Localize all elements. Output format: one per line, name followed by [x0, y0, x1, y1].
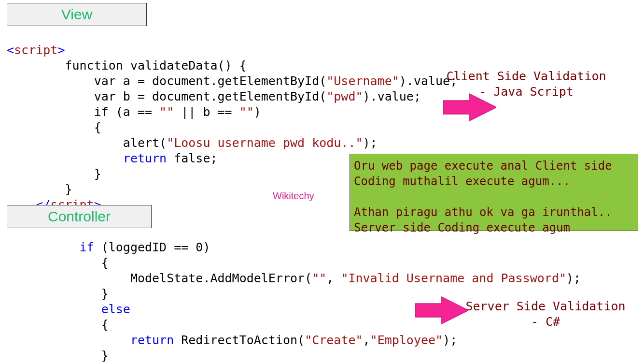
alert-str: "Loosu username pwd kodu.." — [167, 136, 363, 150]
note-box: Oru web page execute anal Client side Co… — [350, 154, 638, 231]
section-header-controller-label: Controller — [48, 208, 111, 224]
tag-script: script — [14, 43, 57, 57]
section-header-view-label: View — [61, 6, 92, 22]
alert-post: ); — [363, 136, 378, 150]
c-rta-post: ); — [443, 333, 457, 347]
c-ms-s1: "" — [312, 271, 326, 285]
c-rta-s2: "Employee" — [370, 333, 443, 347]
var-a-str: "Username" — [326, 74, 399, 88]
c-rta-pre: RedirectToAction( — [174, 333, 305, 347]
arrow-right-icon — [443, 93, 496, 122]
c-brace-open2: { — [101, 318, 109, 332]
func-close: } — [65, 182, 72, 196]
c-brace-close2: } — [101, 349, 109, 363]
brace-close: } — [94, 167, 101, 181]
alert-pre: alert( — [123, 136, 167, 150]
c-else-kw: else — [101, 302, 130, 316]
section-header-controller: Controller — [7, 205, 152, 228]
annot-server-l2: - C# — [531, 315, 560, 329]
tag-open-lt: < — [7, 43, 14, 57]
note-l4: Server side Coding execute agum — [354, 221, 570, 234]
watermark: Wikitechy — [273, 190, 314, 202]
note-l2: Coding muthalil execute agum... — [354, 175, 570, 188]
if-pre: if (a == — [94, 105, 159, 119]
note-l3: Athan piragu athu ok va ga irunthal.. — [354, 205, 612, 219]
annotation-server: Server Side Validation - C# — [463, 299, 628, 330]
c-ms-s2: "Invalid Username and Password" — [341, 271, 566, 285]
annot-client-l1: Client Side Validation — [446, 69, 606, 83]
c-rta-s1: "Create" — [305, 333, 363, 347]
func-sig: function validateData() { — [65, 58, 246, 73]
var-b-post: ).value; — [363, 89, 421, 103]
if-mid: || b == — [174, 105, 239, 119]
c-ms-comma: , — [326, 271, 341, 285]
tag-open-gt: > — [57, 43, 65, 57]
c-brace-open: { — [101, 256, 109, 270]
c-rta-comma: , — [363, 333, 370, 347]
c-if-kw: if — [80, 240, 94, 254]
watermark-text: Wikitechy — [273, 190, 314, 201]
var-a-pre: var a = document.getElementById( — [94, 74, 327, 88]
section-header-view: View — [7, 3, 147, 26]
c-if-cond: (loggedID == 0) — [94, 240, 210, 254]
var-b-pre: var b = document.getElementById( — [94, 89, 327, 103]
brace-open: { — [94, 120, 101, 134]
return-false: false; — [167, 151, 217, 165]
return-kw: return — [123, 151, 167, 165]
arrow-right-icon — [415, 296, 468, 325]
svg-marker-1 — [415, 297, 468, 324]
svg-marker-0 — [443, 94, 496, 121]
if-s2: "" — [239, 105, 254, 119]
if-post: ) — [254, 105, 261, 119]
c-ms-pre: ModelState.AddModelError( — [130, 271, 312, 285]
c-ms-post: ); — [566, 271, 581, 285]
var-b-str: "pwd" — [326, 89, 363, 103]
c-brace-close: } — [101, 287, 109, 301]
annot-server-l1: Server Side Validation — [465, 299, 625, 313]
c-return-kw: return — [130, 333, 174, 347]
if-s1: "" — [159, 105, 174, 119]
note-l1: Oru web page execute anal Client side — [354, 159, 612, 173]
